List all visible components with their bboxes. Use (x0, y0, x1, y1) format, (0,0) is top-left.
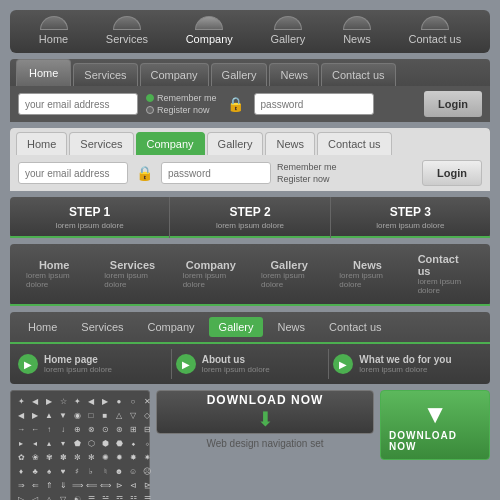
nav3-tab-home[interactable]: Home (16, 132, 67, 155)
icon-cell-74[interactable]: ☯ (71, 493, 83, 500)
nav3-tab-gallery[interactable]: Gallery (207, 132, 264, 155)
download-btn-1[interactable]: DOWNLOAD NOW ⬇ (156, 390, 374, 434)
icon-cell-16[interactable]: ■ (99, 409, 111, 421)
icon-cell-12[interactable]: ▲ (43, 409, 55, 421)
nav2-tab-services[interactable]: Services (73, 63, 137, 86)
icon-cell-22[interactable]: ↑ (43, 423, 55, 435)
icon-cell-29[interactable]: ⊟ (141, 423, 153, 435)
icon-cell-57[interactable]: ☻ (113, 465, 125, 477)
nav5-tab-services[interactable]: Services (71, 317, 133, 337)
nav4-item-company[interactable]: Company lorem ipsum dolore (175, 255, 247, 293)
nav4-item-gallery[interactable]: Gallery lorem ipsum dolore (253, 255, 325, 293)
nav1-item-company[interactable]: Company (186, 16, 233, 45)
icon-cell-10[interactable]: ◀ (15, 409, 27, 421)
nav5-tab-news[interactable]: News (267, 317, 315, 337)
nav3-tab-news[interactable]: News (265, 132, 315, 155)
nav1-item-contactus[interactable]: Contact us (409, 16, 462, 45)
icon-cell-46[interactable]: ✺ (99, 451, 111, 463)
nav5-tab-gallery[interactable]: Gallery (209, 317, 264, 337)
icon-cell-65[interactable]: ⟸ (85, 479, 97, 491)
nav1-item-home[interactable]: Home (39, 16, 68, 45)
icon-cell-48[interactable]: ✸ (127, 451, 139, 463)
icon-cell-19[interactable]: ◇ (141, 409, 153, 421)
icon-cell-35[interactable]: ⬡ (85, 437, 97, 449)
icon-cell-23[interactable]: ↓ (57, 423, 69, 435)
download-btn-2[interactable]: ▼ DOWNLOAD NOW (380, 390, 490, 460)
icon-cell-78[interactable]: ☳ (127, 493, 139, 500)
icon-cell-79[interactable]: ☴ (141, 493, 153, 500)
icon-cell-49[interactable]: ✷ (141, 451, 153, 463)
nav4-item-services[interactable]: Services lorem ipsum dolore (96, 255, 168, 293)
icon-cell-28[interactable]: ⊞ (127, 423, 139, 435)
icon-cell-13[interactable]: ▼ (57, 409, 69, 421)
nav1-item-gallery[interactable]: Gallery (270, 16, 305, 45)
icon-cell-47[interactable]: ✹ (113, 451, 125, 463)
icon-cell-14[interactable]: ◉ (71, 409, 83, 421)
nav3-tab-contactus[interactable]: Contact us (317, 132, 392, 155)
icon-cell-1[interactable]: ◀ (29, 395, 41, 407)
icon-cell-41[interactable]: ❀ (29, 451, 41, 463)
nav1-item-news[interactable]: News (343, 16, 371, 45)
icon-cell-38[interactable]: ⬥ (127, 437, 139, 449)
icon-cell-3[interactable]: ☆ (57, 395, 69, 407)
icon-cell-26[interactable]: ⊙ (99, 423, 111, 435)
icon-cell-64[interactable]: ⟹ (71, 479, 83, 491)
nav2-tab-gallery[interactable]: Gallery (211, 63, 268, 86)
icon-cell-25[interactable]: ⊗ (85, 423, 97, 435)
icon-cell-69[interactable]: ⊵ (141, 479, 153, 491)
nav5-item-0[interactable]: ▶ Home page lorem ipsum dolore (18, 354, 167, 374)
icon-cell-67[interactable]: ⊳ (113, 479, 125, 491)
icon-cell-75[interactable]: ☰ (85, 493, 97, 500)
icon-cell-51[interactable]: ♣ (29, 465, 41, 477)
icon-cell-44[interactable]: ✼ (71, 451, 83, 463)
icon-cell-52[interactable]: ♠ (43, 465, 55, 477)
icon-cell-24[interactable]: ⊕ (71, 423, 83, 435)
icon-cell-18[interactable]: ▽ (127, 409, 139, 421)
icon-cell-50[interactable]: ♦ (15, 465, 27, 477)
icon-cell-11[interactable]: ▶ (29, 409, 41, 421)
icon-cell-37[interactable]: ⬣ (113, 437, 125, 449)
icon-cell-36[interactable]: ⬢ (99, 437, 111, 449)
nav4-item-contactus[interactable]: Contact us lorem ipsum dolore (410, 249, 482, 299)
nav5-tab-home[interactable]: Home (18, 317, 67, 337)
icon-cell-5[interactable]: ◀ (85, 395, 97, 407)
login-button-nav2[interactable]: Login (424, 91, 482, 117)
icon-cell-33[interactable]: ▾ (57, 437, 69, 449)
nav1-item-services[interactable]: Services (106, 16, 148, 45)
icon-cell-71[interactable]: ◁ (29, 493, 41, 500)
icon-cell-17[interactable]: △ (113, 409, 125, 421)
icon-cell-62[interactable]: ⇑ (43, 479, 55, 491)
icon-cell-30[interactable]: ▸ (15, 437, 27, 449)
icon-cell-73[interactable]: ▽ (57, 493, 69, 500)
icon-cell-9[interactable]: ✕ (141, 395, 153, 407)
nav2-tab-company[interactable]: Company (140, 63, 209, 86)
icon-cell-45[interactable]: ✻ (85, 451, 97, 463)
icon-cell-60[interactable]: ⇒ (15, 479, 27, 491)
icon-cell-76[interactable]: ☱ (99, 493, 111, 500)
nav3-tab-company[interactable]: Company (136, 132, 205, 155)
icon-cell-15[interactable]: □ (85, 409, 97, 421)
nav2-tab-home[interactable]: Home (16, 59, 71, 86)
icon-cell-2[interactable]: ▶ (43, 395, 55, 407)
icon-cell-56[interactable]: ♮ (99, 465, 111, 477)
login-button-nav3[interactable]: Login (422, 160, 482, 186)
nav4-item-home[interactable]: Home lorem ipsum dolore (18, 255, 90, 293)
icon-cell-59[interactable]: ☹ (141, 465, 153, 477)
password-input-nav2[interactable] (254, 93, 374, 115)
icon-cell-55[interactable]: ♭ (85, 465, 97, 477)
icon-cell-53[interactable]: ♥ (57, 465, 69, 477)
nav3-tab-services[interactable]: Services (69, 132, 133, 155)
icon-cell-27[interactable]: ⊛ (113, 423, 125, 435)
icon-cell-58[interactable]: ☺ (127, 465, 139, 477)
icon-cell-66[interactable]: ⟺ (99, 479, 111, 491)
icon-cell-34[interactable]: ⬟ (71, 437, 83, 449)
nav2-tab-contactus[interactable]: Contact us (321, 63, 396, 86)
icon-cell-39[interactable]: ⬦ (141, 437, 153, 449)
nav5-tab-contactus[interactable]: Contact us (319, 317, 392, 337)
icon-cell-63[interactable]: ⇓ (57, 479, 69, 491)
icon-cell-7[interactable]: ● (113, 395, 125, 407)
icon-cell-42[interactable]: ✾ (43, 451, 55, 463)
icon-cell-43[interactable]: ✽ (57, 451, 69, 463)
icon-cell-4[interactable]: ✦ (71, 395, 83, 407)
icon-cell-70[interactable]: ▷ (15, 493, 27, 500)
